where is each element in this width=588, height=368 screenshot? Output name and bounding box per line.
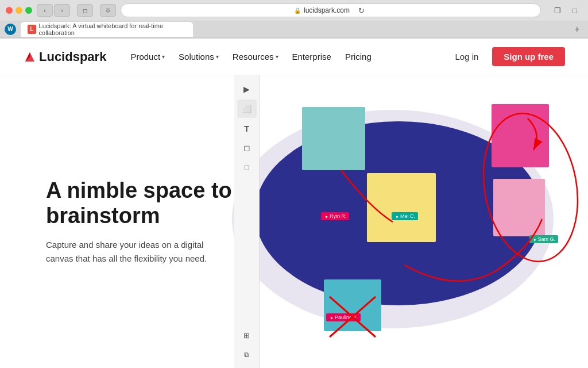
hero-section: A nimble space to brainstorm Capture and…	[0, 75, 588, 368]
toolbar-sticky-btn[interactable]: ◻	[237, 158, 257, 177]
url-text: lucidspark.com	[304, 6, 350, 14]
signup-button[interactable]: Sign up free	[492, 47, 565, 66]
website: Lucidspark Product ▾ Solutions ▾ Resourc…	[0, 39, 588, 368]
close-button[interactable]	[6, 7, 13, 14]
nav-buttons: ‹ ›	[37, 4, 70, 17]
new-tab-button[interactable]: □	[567, 4, 582, 17]
back-button[interactable]: ‹	[37, 4, 53, 17]
toolbar-grid-btn[interactable]: ⊞	[237, 326, 257, 344]
sidebar-toggle-button[interactable]: ◻	[77, 4, 93, 17]
hero-illustration: ▶ ⬜ T ◻ ◻ ⊞ ⧉ Ryin R. Mei C.	[209, 75, 588, 368]
logo[interactable]: Lucidspark	[23, 49, 106, 64]
tab-bar: W L Lucidspark: A virtual whiteboard for…	[0, 21, 588, 38]
nav-product[interactable]: Product ▾	[125, 48, 171, 65]
wordpress-icon: W	[5, 24, 16, 35]
shield-icon[interactable]: ⛭	[100, 4, 116, 17]
address-bar[interactable]: 🔒 lucidspark.com ↻	[121, 3, 541, 17]
hero-subtitle: Capture and share your ideas on a digita…	[46, 238, 218, 266]
minimize-button[interactable]	[16, 7, 22, 14]
nav-enterprise[interactable]: Enterprise	[287, 48, 337, 65]
toolbar-layout-btn[interactable]: ⧉	[237, 346, 257, 364]
nav-solutions[interactable]: Solutions ▾	[173, 48, 225, 65]
toolbar-cursor-btn[interactable]: ▶	[237, 80, 257, 98]
nav-links: Product ▾ Solutions ▾ Resources ▾ Enterp…	[125, 48, 377, 65]
chevron-down-icon: ▾	[276, 53, 278, 60]
chevron-down-icon: ▾	[162, 53, 165, 60]
share-button[interactable]: ❐	[550, 4, 565, 17]
hero-title: A nimble space to brainstorm	[46, 178, 241, 228]
toolbar-frame-btn[interactable]: ⬜	[237, 99, 257, 118]
sticky-note-green	[302, 107, 365, 170]
traffic-lights	[6, 7, 32, 14]
sticky-note-pink-dark	[492, 104, 549, 167]
active-tab[interactable]: L Lucidspark: A virtual whiteboard for r…	[21, 22, 193, 37]
browser-chrome: ‹ › ◻ ⛭ 🔒 lucidspark.com ↻ ❐ □ W L Lucid…	[0, 0, 588, 39]
hero-text: A nimble space to brainstorm Capture and…	[0, 178, 241, 265]
cursor-sam: Sam G.	[529, 235, 558, 243]
sticky-note-yellow	[367, 173, 436, 242]
sticky-note-pink-light	[493, 179, 545, 236]
cursor-mei: Mei C.	[392, 212, 418, 220]
login-button[interactable]: Log in	[448, 48, 485, 65]
cursor-ryin: Ryin R.	[321, 212, 349, 220]
tab-title: Lucidspark: A virtual whiteboard for rea…	[39, 22, 186, 36]
cursor-pauline: Pauline Y.	[326, 313, 361, 321]
nav-pricing[interactable]: Pricing	[339, 48, 377, 65]
browser-actions: ❐ □	[550, 4, 582, 17]
forward-button[interactable]: ›	[54, 4, 70, 17]
lock-icon: 🔒	[294, 7, 301, 14]
navbar: Lucidspark Product ▾ Solutions ▾ Resourc…	[0, 39, 588, 75]
chevron-down-icon: ▾	[216, 53, 219, 60]
sticky-note-teal	[324, 279, 381, 331]
reload-button[interactable]: ↻	[355, 4, 368, 17]
add-tab-button[interactable]: +	[571, 23, 583, 36]
logo-icon	[23, 50, 37, 64]
toolbar-text-btn[interactable]: T	[237, 119, 257, 137]
nav-right: Log in Sign up free	[448, 47, 565, 66]
toolbar-shape-btn[interactable]: ◻	[237, 139, 257, 157]
nav-resources[interactable]: Resources ▾	[227, 48, 284, 65]
tab-favicon: L	[28, 25, 36, 34]
titlebar: ‹ › ◻ ⛭ 🔒 lucidspark.com ↻ ❐ □	[0, 0, 588, 21]
maximize-button[interactable]	[25, 7, 32, 14]
logo-text: Lucidspark	[39, 49, 106, 64]
toolbar: ▶ ⬜ T ◻ ◻ ⊞ ⧉	[234, 75, 260, 368]
